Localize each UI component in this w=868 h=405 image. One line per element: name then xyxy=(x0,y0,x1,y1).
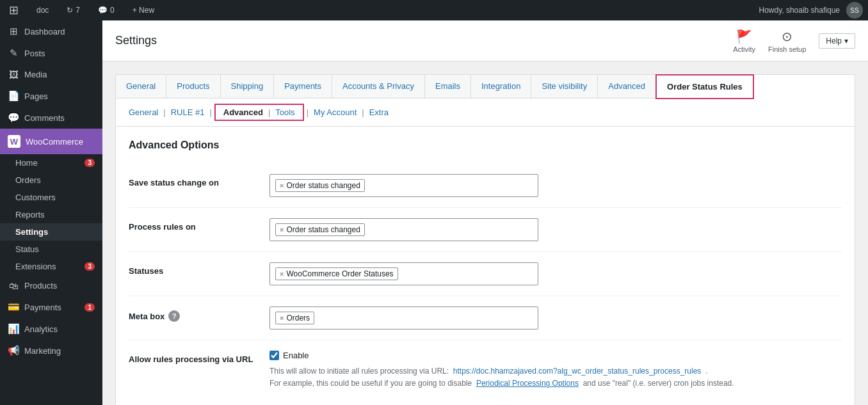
top-bar-actions: 🚩 Activity ⊙ Finish setup Help ▾ xyxy=(733,29,855,53)
subtab-tools[interactable]: Tools xyxy=(273,106,297,118)
tab-advanced[interactable]: Advanced xyxy=(598,75,656,99)
help-label: Help xyxy=(826,36,842,45)
subtab-general[interactable]: General xyxy=(126,106,161,118)
sidebar-item-pages[interactable]: 📄 Pages xyxy=(0,85,102,107)
sidebar-label-reports: Reports xyxy=(15,210,45,219)
sidebar-item-media[interactable]: 🖼 Media xyxy=(0,64,102,85)
tag-remove-2[interactable]: × xyxy=(280,226,284,234)
subtab-myaccount[interactable]: My Account xyxy=(311,106,359,118)
periodical-processing-link[interactable]: Periodical Processing Options xyxy=(476,379,579,388)
sidebar-item-settings[interactable]: Settings xyxy=(0,223,102,241)
tab-payments[interactable]: Payments xyxy=(274,75,332,99)
sidebar-item-home[interactable]: Home 3 xyxy=(0,154,102,171)
tab-emails[interactable]: Emails xyxy=(425,75,471,99)
sidebar-item-orders[interactable]: Orders xyxy=(0,171,102,189)
sidebar-label-extensions: Extensions xyxy=(15,262,56,271)
tag-remove-1[interactable]: × xyxy=(280,182,284,189)
user-avatar: SS xyxy=(846,2,863,19)
subtab-extra[interactable]: Extra xyxy=(367,106,391,118)
separator-4: | xyxy=(307,107,309,117)
tag-remove-4[interactable]: × xyxy=(280,314,284,322)
finish-setup-label: Finish setup xyxy=(768,45,806,53)
label-meta-box: Meta box ? xyxy=(129,306,269,322)
tab-general[interactable]: General xyxy=(116,75,166,99)
new-item[interactable]: + New xyxy=(129,0,158,20)
sidebar-item-comments[interactable]: 💬 Comments xyxy=(0,107,102,129)
setting-row-process-rules: Process rules on × Order status changed xyxy=(129,208,842,252)
sidebar-label-posts: Posts xyxy=(24,49,45,58)
panel-title: Advanced Options xyxy=(129,139,842,151)
content-area: General Products Shipping Payments Accou… xyxy=(102,61,868,405)
tag-input-meta-box[interactable]: × Orders xyxy=(269,306,538,330)
sidebar-label-products: Products xyxy=(24,281,57,290)
sidebar-item-marketing[interactable]: 📢 Marketing xyxy=(0,340,102,361)
pages-icon: 📄 xyxy=(8,90,19,102)
allow-rules-info: This will allow to initiate all rules pr… xyxy=(269,365,842,390)
label-allow-rules: Allow rules processing via URL xyxy=(129,351,269,364)
tab-shipping[interactable]: Shipping xyxy=(221,75,275,99)
sidebar-item-analytics[interactable]: 📊 Analytics xyxy=(0,318,102,340)
posts-icon: ✎ xyxy=(8,47,19,59)
control-process-rules: × Order status changed xyxy=(269,218,842,241)
page-title: Settings xyxy=(115,34,157,47)
info-text-3: and use "real" (i.e. server) cron jobs i… xyxy=(581,379,734,388)
info-text-1: This will allow to initiate all rules pr… xyxy=(269,367,451,376)
tab-accounts-privacy[interactable]: Accounts & Privacy xyxy=(332,75,425,99)
finish-setup-icon: ⊙ xyxy=(782,29,792,44)
separator-5: | xyxy=(362,107,364,117)
sidebar-item-woocommerce[interactable]: W WooCommerce xyxy=(0,129,102,154)
media-icon: 🖼 xyxy=(8,69,19,80)
info-url[interactable]: https://doc.hhamzajaved.com?alg_wc_order… xyxy=(453,367,702,376)
tag-input-save-status[interactable]: × Order status changed xyxy=(269,174,538,197)
activity-label: Activity xyxy=(733,45,755,53)
sidebar-item-dashboard[interactable]: ⊞ Dashboard xyxy=(0,20,102,42)
tab-order-status-rules[interactable]: Order Status Rules xyxy=(655,74,754,99)
sidebar-label-woocommerce: WooCommerce xyxy=(26,137,83,147)
sidebar-item-posts[interactable]: ✎ Posts xyxy=(0,42,102,64)
label-statuses: Statuses xyxy=(129,262,269,276)
sidebar-label-orders: Orders xyxy=(15,175,41,185)
enable-checkbox-label[interactable]: Enable xyxy=(269,351,842,360)
sidebar-item-products[interactable]: 🛍 Products xyxy=(0,275,102,296)
tag-input-statuses[interactable]: × WooCommerce Order Statuses xyxy=(269,262,538,285)
sidebar-label-marketing: Marketing xyxy=(24,346,61,356)
updates-item[interactable]: ↻ 7 xyxy=(63,0,84,20)
setting-row-meta-box: Meta box ? × Orders xyxy=(129,296,842,340)
tab-integration[interactable]: Integration xyxy=(471,75,531,99)
products-icon: 🛍 xyxy=(8,280,19,291)
finish-setup-action[interactable]: ⊙ Finish setup xyxy=(768,29,806,53)
tag-remove-3[interactable]: × xyxy=(280,270,284,278)
sidebar-item-customers[interactable]: Customers xyxy=(0,189,102,206)
subtab-rule1[interactable]: RULE #1 xyxy=(168,106,207,118)
sidebar-label-analytics: Analytics xyxy=(24,324,58,334)
subtab-advanced[interactable]: Advanced xyxy=(221,106,266,118)
site-name[interactable]: doc xyxy=(33,0,52,20)
info-text-dot: . xyxy=(703,367,708,376)
tag-input-process-rules[interactable]: × Order status changed xyxy=(269,218,538,241)
meta-box-help-icon[interactable]: ? xyxy=(168,310,180,322)
tab-products[interactable]: Products xyxy=(166,75,220,99)
control-statuses: × WooCommerce Order Statuses xyxy=(269,262,842,285)
sidebar-item-status[interactable]: Status xyxy=(0,241,102,258)
sub-tabs: General | RULE #1 | Advanced | Tools | M… xyxy=(115,99,855,127)
activity-action[interactable]: 🚩 Activity xyxy=(733,29,755,53)
comments-item[interactable]: 💬 0 xyxy=(94,0,118,20)
setting-row-save-status: Save status change on × Order status cha… xyxy=(129,164,842,208)
sidebar-label-media: Media xyxy=(24,70,47,79)
tab-site-visibility[interactable]: Site visibility xyxy=(531,75,598,99)
control-save-status: × Order status changed xyxy=(269,174,842,197)
sidebar-item-reports[interactable]: Reports xyxy=(0,206,102,223)
tag-order-status-changed-2: × Order status changed xyxy=(275,223,365,236)
setting-row-statuses: Statuses × WooCommerce Order Statuses xyxy=(129,252,842,296)
user-greeting: Howdy, shoaib shafique SS xyxy=(759,2,863,19)
tag-order-status-changed-1: × Order status changed xyxy=(275,179,365,192)
activity-icon: 🚩 xyxy=(736,29,752,44)
wp-logo[interactable]: ⊞ xyxy=(5,0,22,20)
separator-1: | xyxy=(163,107,165,117)
sidebar-item-extensions[interactable]: Extensions 3 xyxy=(0,258,102,275)
sidebar-item-payments[interactable]: 💳 Payments 1 xyxy=(0,296,102,318)
help-button[interactable]: Help ▾ xyxy=(819,33,855,49)
enable-checkbox[interactable] xyxy=(269,351,279,360)
sidebar-label-customers: Customers xyxy=(15,193,56,202)
dashboard-icon: ⊞ xyxy=(8,26,19,37)
